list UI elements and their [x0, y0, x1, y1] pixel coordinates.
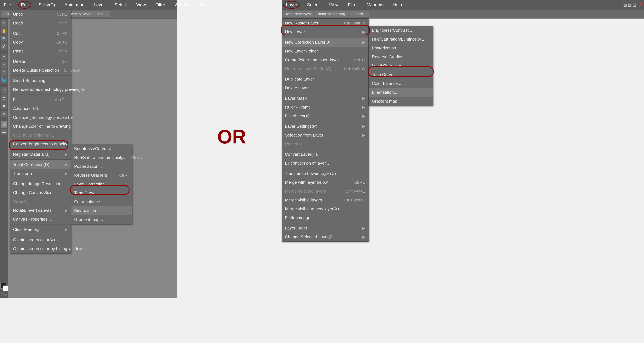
menu-tonal-correction[interactable]: Tonal Correction(D)▶ — [10, 160, 71, 169]
menu-crop[interactable]: Crop(Z) — [10, 197, 71, 206]
submenu-posterization[interactable]: Posterization... — [71, 162, 132, 171]
menu-fill[interactable]: FillAlt+Del — [10, 95, 71, 104]
menu-story[interactable]: Story(P) — [36, 1, 57, 9]
submenu-tone-curve[interactable]: Tone Curve... — [71, 189, 132, 197]
menu-help-left[interactable]: Help — [198, 1, 212, 9]
layer-new-raster[interactable]: New Raster LayerCtrl+Shift+N — [282, 19, 368, 28]
right-menu-layer[interactable]: Layer — [283, 1, 300, 9]
layer-merge-below[interactable]: Merge with layer belowCtrl+E — [282, 178, 368, 187]
tool-cursor[interactable]: ↖ — [1, 20, 7, 27]
menu-delete[interactable]: DeleteDel — [10, 57, 71, 66]
menu-animation[interactable]: Animation — [62, 1, 87, 9]
layer-merge-visible-new[interactable]: Merge visible to new layer(X) — [282, 204, 368, 213]
corr-reverse-gradient[interactable]: Reverse Gradient — [369, 53, 433, 61]
layer-ungroup-folder[interactable]: Ungroup Layer Folder(S)Ctrl+Shift+G — [282, 64, 368, 73]
menu-filter-left[interactable]: Filter — [153, 1, 168, 9]
tool-eraser[interactable]: ◻ — [1, 69, 7, 76]
layer-file-object[interactable]: File object(X)▶ — [282, 112, 368, 120]
submenu-brightness-contrast[interactable]: Brightness/Contrast... — [71, 144, 132, 153]
layer-merge-selected[interactable]: Merge selected layersShift+Alt+E — [282, 187, 368, 196]
submenu-hue-sat[interactable]: Hue/Saturation/Luminosity...Ctrl+U — [71, 153, 132, 162]
tool-lasso[interactable]: ⊙ — [1, 95, 7, 102]
layer-create-folder-insert[interactable]: Create folder and insert layerCtrl+G — [282, 56, 368, 64]
layer-rasterize[interactable]: Rasterize — [282, 140, 368, 148]
menu-outline-selection[interactable]: Outline Selection(G)... — [10, 131, 71, 140]
menu-clear-memory[interactable]: Clear Memory▶ — [10, 225, 71, 234]
layer-delete[interactable]: Delete Layer — [282, 84, 368, 92]
menu-remove-tones[interactable]: Remove tones (Technology preview)▶ — [10, 85, 71, 94]
right-tab-illustra[interactable]: Illustra... — [349, 11, 369, 17]
layer-transfer-lower[interactable]: Transfer To Lower Layer(C) — [282, 169, 368, 178]
menu-paste[interactable]: PasteCtrl+V — [10, 47, 71, 56]
menu-change-canvas-size[interactable]: Change Canvas Size... — [10, 188, 71, 197]
menu-rotate-invert[interactable]: Rotate/Invert canvas▶ — [10, 206, 71, 215]
menu-canvas-properties[interactable]: Canvas Properties... — [10, 215, 71, 224]
tool-rect[interactable]: ▬ — [1, 129, 7, 135]
right-menu-view[interactable]: View — [327, 1, 341, 9]
tool-select[interactable]: ⬚ — [1, 88, 7, 94]
submenu-gradient-map[interactable]: Gradient map... — [71, 215, 132, 224]
menu-change-image-res[interactable]: Change Image Resolution... — [10, 179, 71, 188]
submenu-level-correction[interactable]: Level Correction... — [71, 180, 132, 189]
menu-redo[interactable]: RedoCtrl+Y — [10, 19, 71, 28]
tool-hand[interactable]: ✋ — [1, 28, 7, 34]
corr-tone-curve[interactable]: Tone Curve... — [369, 70, 433, 79]
menu-view-left[interactable]: View — [134, 1, 148, 9]
right-menu-filter[interactable]: Filter — [346, 1, 360, 9]
corr-level-correction[interactable]: Level Correction... — [369, 61, 433, 70]
menu-file[interactable]: File — [2, 1, 13, 9]
layer-flatten[interactable]: Flatten image — [282, 213, 368, 222]
corr-posterization[interactable]: Posterization... — [369, 44, 433, 53]
layer-mask[interactable]: Layer Mask▶ — [282, 94, 368, 103]
submenu-color-balance[interactable]: Color balance... — [71, 197, 132, 206]
tool-ellipse[interactable]: ○ — [1, 111, 7, 117]
layer-lt-conversion[interactable]: LT conversion of layer... — [282, 159, 368, 168]
submenu-reverse-gradient[interactable]: Reverse GradientCtrl+I — [71, 171, 132, 180]
layer-merge-visible[interactable]: Merge visible layersCtrl+Shift+E — [282, 196, 368, 204]
corr-binarization[interactable]: Binarization... — [369, 88, 433, 97]
layer-change-selected[interactable]: Change Selected Layer(I)▶ — [282, 232, 368, 241]
menu-register-material[interactable]: Register Material(J)▶ — [10, 150, 71, 159]
layer-convert[interactable]: Convert Layer(H)... — [282, 150, 368, 159]
menu-delete-outside[interactable]: Delete Outside SelectionShift+Del — [10, 66, 71, 75]
layer-order[interactable]: Layer Order▶ — [282, 224, 368, 232]
layer-settings[interactable]: Layer Settings(P)▶ — [282, 122, 368, 131]
menu-copy[interactable]: CopyCtrl+C — [10, 38, 71, 47]
layer-new-layer[interactable]: New Layer▶ — [282, 28, 368, 36]
tool-zoom[interactable]: 🔍 — [1, 36, 7, 42]
menu-edit[interactable]: Edit — [18, 1, 32, 9]
right-menu-window[interactable]: Window — [365, 1, 386, 9]
layer-duplicate[interactable]: Duplicate Layer — [282, 75, 368, 84]
menu-select-left[interactable]: Select — [112, 1, 129, 9]
menu-change-color-line[interactable]: Change color of line to drawing — [10, 122, 71, 131]
tool-eyedropper[interactable]: 💉 — [1, 43, 7, 50]
menu-convert-brightness[interactable]: Convert brightness to opacity — [10, 140, 71, 148]
menu-window-left[interactable]: Window — [172, 1, 193, 9]
menu-obtain-screen-color-hide[interactable]: Obtain screen color by hiding windows... — [10, 244, 71, 253]
submenu-binarization[interactable]: Binarization... — [71, 206, 132, 215]
tab-bin[interactable]: bin... — [96, 11, 110, 17]
tool-fill[interactable]: 🪣 — [1, 77, 7, 83]
corr-color-balance[interactable]: Color balance... — [369, 79, 433, 88]
layer-new-correction[interactable]: New Correction Layer(J)▶ — [282, 38, 368, 47]
tool-pen[interactable]: ✒ — [1, 54, 7, 60]
menu-colorize[interactable]: Colorize (Technology preview)▶ — [10, 113, 71, 122]
tool-text[interactable]: A — [1, 103, 7, 109]
menu-obtain-screen-color[interactable]: Obtain screen color(X)... — [10, 235, 71, 244]
right-tab-tone[interactable]: tone new layer — [283, 11, 314, 17]
tool-pencil[interactable]: ✏ — [1, 62, 7, 68]
layer-selection-from-layer[interactable]: Selection from Layer▶ — [282, 131, 368, 140]
menu-layer-left[interactable]: Layer — [92, 1, 107, 9]
background-color[interactable] — [3, 285, 8, 291]
right-menu-select[interactable]: Select — [305, 1, 322, 9]
right-tab-binarization[interactable]: binarization.png — [315, 11, 348, 17]
menu-undo[interactable]: UndoCtrl+Z — [10, 10, 71, 19]
right-menu-help[interactable]: Help — [390, 1, 404, 9]
menu-transform[interactable]: Transform▶ — [10, 169, 71, 178]
menu-cut[interactable]: CutCtrl+X — [10, 29, 71, 38]
tool-gradient[interactable]: ▦ — [1, 121, 7, 128]
menu-advanced-fill[interactable]: Advanced Fill... — [10, 104, 71, 113]
layer-ruler-frame[interactable]: Ruler - Frame▶ — [282, 103, 368, 112]
corr-hue-sat[interactable]: Hue/Saturation/Luminosity... — [369, 35, 433, 44]
menu-smart-smoothing[interactable]: Smart Smoothing... — [10, 76, 71, 85]
